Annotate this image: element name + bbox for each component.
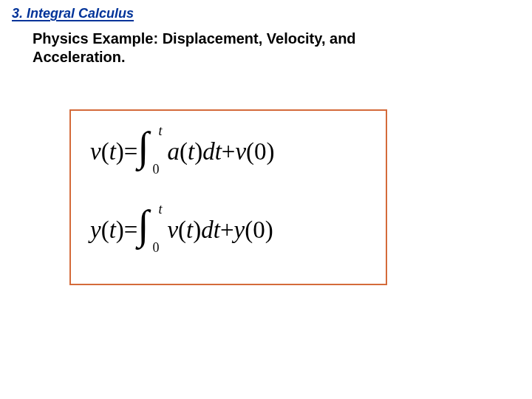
integral-icon: ∫ [137,204,149,245]
section-heading: 3. Integral Calculus [12,6,134,21]
eq2-init-close: ) [265,218,273,242]
integral-icon: ∫ [137,126,149,167]
section-title: Integral Calculus [27,6,134,21]
eq2-diff: dt [201,218,220,242]
slide-subtitle: Physics Example: Displacement, Velocity,… [33,30,414,66]
eq1-int-lower: 0 [152,163,159,176]
eq2-lhs-close: ) [116,218,124,242]
eq1-integrand-var: a [167,140,180,164]
eq2-equals: = [124,218,138,242]
eq1-lhs-var: v [90,140,101,164]
eq2-int-lower: 0 [152,241,159,254]
eq1-init-open: ( [246,140,254,164]
eq1-init-var: v [235,140,246,164]
eq2-lhs-open: ( [101,218,109,242]
eq2-integrand-var: v [167,218,178,242]
eq2-lhs-arg: t [109,218,116,242]
eq1-integral: ∫t0 [137,130,167,173]
eq2-init-var: y [234,218,245,242]
eq2-integrand-close: ) [193,218,201,242]
eq1-diff: dt [202,140,222,164]
eq2-init-arg: 0 [253,218,265,242]
eq1-init-arg: 0 [254,140,267,164]
slide: 3. Integral Calculus Physics Example: Di… [0,0,532,399]
eq2-integrand-open: ( [178,218,186,242]
eq1-init-close: ) [267,140,275,164]
eq1-integrand-close: ) [194,140,202,164]
equation-displacement: y(t) = ∫t0v(t)dt + y(0) [90,207,371,253]
eq1-equals: = [124,140,138,164]
equation-box: v(t) = ∫t0a(t)dt + v(0) y(t) = ∫t0v(t)dt… [69,109,387,285]
eq1-lhs-close: ) [116,140,124,164]
eq2-plus: + [220,218,234,242]
eq1-plus: + [222,140,236,164]
eq2-init-open: ( [245,218,253,242]
eq2-integral: ∫t0 [137,208,167,251]
eq2-integrand-arg: t [186,218,193,242]
section-number: 3. [12,6,23,21]
eq1-lhs-open: ( [101,140,109,164]
eq2-lhs-var: y [90,218,101,242]
eq1-lhs-arg: t [109,140,116,164]
eq1-integrand-open: ( [180,140,188,164]
eq2-int-upper: t [158,202,162,216]
equation-velocity: v(t) = ∫t0a(t)dt + v(0) [90,129,371,174]
eq1-integrand-arg: t [188,140,194,164]
eq1-int-upper: t [158,124,162,137]
